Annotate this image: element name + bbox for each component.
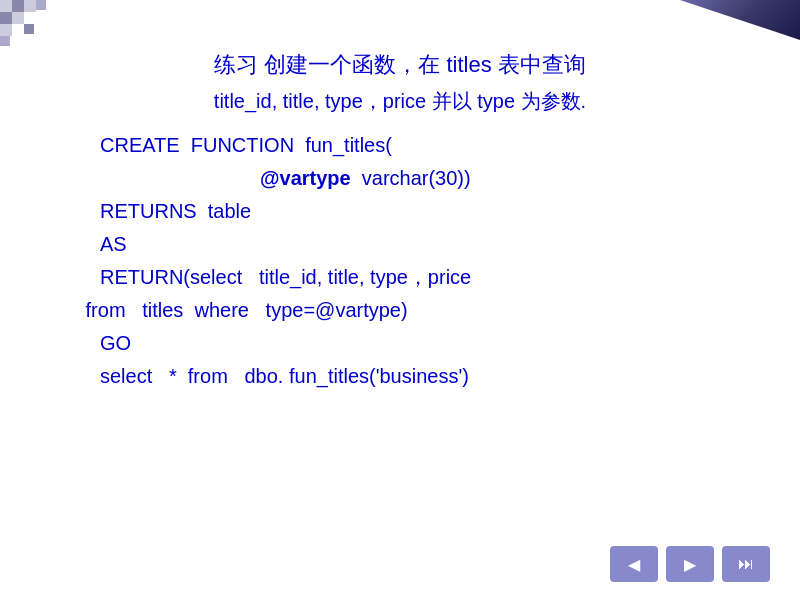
svg-rect-0 — [0, 0, 12, 12]
svg-rect-2 — [0, 12, 12, 24]
main-content: 练习 创建一个函数，在 titles 表中查询 title_id, title,… — [0, 40, 800, 540]
code-line-4: AS — [60, 228, 740, 261]
code-line-7: GO — [60, 327, 740, 360]
code-line-5: RETURN(select title_id, title, type，pric… — [60, 261, 740, 294]
svg-rect-7 — [36, 0, 46, 10]
code-block: CREATE FUNCTION fun_titles( @vartype var… — [60, 129, 740, 393]
code-line-6: from titles where type=@vartype) — [60, 294, 740, 327]
svg-rect-5 — [0, 24, 12, 36]
code-line-1: CREATE FUNCTION fun_titles( — [60, 129, 740, 162]
svg-rect-1 — [12, 0, 24, 12]
title-line1: 练习 创建一个函数，在 titles 表中查询 — [60, 50, 740, 80]
svg-rect-3 — [12, 12, 24, 24]
svg-rect-6 — [24, 24, 34, 34]
code-line-2: @vartype varchar(30)) — [60, 162, 740, 195]
code-line-8: select * from dbo. fun_titles('business'… — [60, 360, 740, 393]
vartype-keyword: @vartype — [260, 167, 351, 189]
code-line-3: RETURNS table — [60, 195, 740, 228]
end-button[interactable]: ⏭ — [722, 546, 770, 582]
corner-decoration-topright — [680, 0, 800, 40]
bottom-navigation: ◀ ▶ ⏭ — [610, 546, 770, 582]
title-line2: title_id, title, type，price 并以 type 为参数. — [60, 88, 740, 115]
play-button[interactable]: ▶ — [666, 546, 714, 582]
svg-rect-4 — [24, 0, 36, 12]
prev-button[interactable]: ◀ — [610, 546, 658, 582]
